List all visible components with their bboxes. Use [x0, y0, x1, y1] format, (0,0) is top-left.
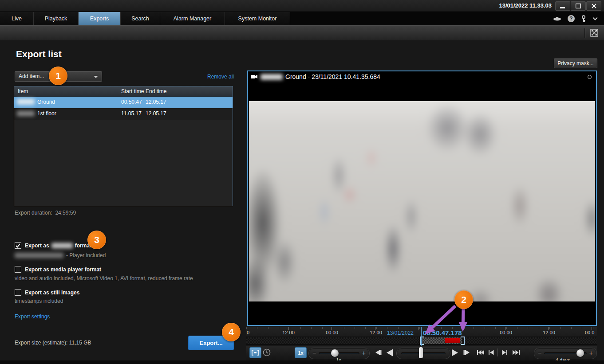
- next-sequence-button[interactable]: [501, 348, 509, 356]
- playback-speed-button[interactable]: 1x: [295, 347, 307, 358]
- time-selection-icon: [252, 350, 259, 356]
- camera-icon: [251, 74, 258, 79]
- shuttle-slider-knob[interactable]: [419, 347, 423, 358]
- next-sequence-icon: [501, 350, 508, 355]
- time-selection-mode-button[interactable]: [249, 347, 261, 358]
- tab-system-monitor[interactable]: System Monitor: [225, 12, 290, 25]
- system-datetime: 13/01/2022 11.33.03: [499, 2, 552, 9]
- label-prefix: Export as: [25, 243, 49, 249]
- window-titlebar: 13/01/2022 11.33.03: [0, 0, 604, 12]
- table-row[interactable]: Ground 00.50.47 12.05.17: [14, 97, 233, 108]
- selection-end-bracket[interactable]: [461, 337, 465, 345]
- video-frame: [249, 101, 595, 301]
- tab-playback[interactable]: Playback: [34, 12, 79, 25]
- help-icon[interactable]: ?: [568, 15, 575, 22]
- export-format-still-images-checkbox[interactable]: Export as still images: [15, 289, 79, 296]
- export-settings-link[interactable]: Export settings: [15, 313, 50, 320]
- previous-sequence-icon: [488, 350, 494, 355]
- speed-decrease[interactable]: −: [312, 349, 316, 356]
- previous-sequence-button[interactable]: [487, 348, 495, 356]
- speed-slider-knob[interactable]: [331, 349, 339, 357]
- tab-search[interactable]: Search: [121, 12, 160, 25]
- minimize-button[interactable]: [555, 1, 570, 11]
- callout-badge-2: 2: [454, 290, 473, 309]
- timeline-track[interactable]: [246, 337, 597, 345]
- current-time-label: 00.50.47.178: [423, 329, 462, 337]
- callout-badge-1: 1: [49, 67, 67, 85]
- tick-label: 0: [247, 330, 249, 335]
- timeline-playhead[interactable]: [421, 327, 422, 346]
- export-items-list: Item Start time End time Ground 00.50.47…: [14, 86, 233, 206]
- previous-image-button[interactable]: [374, 348, 383, 356]
- format-subtitle: video and audio included, Microsoft Vide…: [15, 275, 193, 282]
- shuttle-slider-line: [402, 353, 445, 353]
- workspace-tabbar: Live Playback Exports Search Alarm Manag…: [0, 12, 604, 25]
- close-icon: [592, 4, 596, 8]
- maximize-button[interactable]: [571, 1, 586, 11]
- speed-increase[interactable]: +: [362, 349, 366, 356]
- remove-all-link[interactable]: Remove all: [207, 74, 234, 80]
- first-sequence-icon: [477, 350, 485, 355]
- connection-status-icon[interactable]: [553, 16, 561, 22]
- set-start-end-time-button[interactable]: [262, 348, 271, 357]
- close-button[interactable]: [586, 1, 601, 11]
- redacted-text: [15, 253, 63, 258]
- timeline-recording-segment: [445, 338, 460, 343]
- zoom-in[interactable]: +: [589, 349, 593, 356]
- zoom-out[interactable]: −: [538, 349, 541, 356]
- key-icon[interactable]: [581, 15, 586, 23]
- tick-label: 00.00: [500, 330, 512, 335]
- checkbox-unchecked[interactable]: [15, 266, 21, 273]
- checkbox-checked[interactable]: [15, 242, 21, 249]
- tab-live[interactable]: Live: [0, 12, 34, 25]
- record-indicator-icon: [588, 75, 592, 79]
- checkbox-unchecked[interactable]: [15, 289, 21, 296]
- item-end-time: 12.05.17: [146, 110, 166, 117]
- timeline-ruler[interactable]: 0 12.00 00.00 12.00 13/01/2022 00.50.47.…: [246, 327, 597, 337]
- check-icon: [16, 243, 20, 248]
- subtitle-text: - Player included: [66, 252, 106, 258]
- item-name: 1st floor: [37, 110, 56, 117]
- toolbar-divider: [584, 28, 585, 38]
- expand-arrows-icon: [590, 29, 598, 37]
- minimize-icon: [560, 4, 565, 8]
- export-format-media-player-checkbox[interactable]: Export as media player format: [15, 266, 101, 273]
- maximize-icon: [576, 4, 581, 8]
- tick-label: 12.00: [543, 330, 555, 335]
- chevron-down-icon[interactable]: [592, 17, 598, 20]
- item-start-time: 00.50.47: [121, 99, 142, 105]
- export-duration: Export duration: 24:59:59: [15, 210, 76, 216]
- tick-label: 00.0: [585, 330, 594, 335]
- callout-badge-3: 3: [87, 231, 106, 249]
- add-item-label: Add item...: [19, 73, 44, 79]
- column-header-start-time: Start time: [121, 88, 144, 94]
- callout-badge-4: 4: [222, 323, 241, 341]
- timeline-date-label: 13/01/2022: [387, 330, 414, 336]
- workspace-toolbar: [0, 25, 604, 40]
- privacy-mask-button[interactable]: Privacy mask...: [554, 59, 597, 68]
- list-header: Item Start time End time: [14, 86, 233, 97]
- tab-alarm-manager[interactable]: Alarm Manager: [160, 12, 225, 25]
- export-format-xprotect-checkbox[interactable]: Export as format: [15, 242, 91, 249]
- step-forward-icon: [463, 349, 470, 356]
- tick-label: 00.00: [326, 330, 338, 335]
- playback-controls-bar: 1x − + 1x: [246, 346, 597, 360]
- tab-exports[interactable]: Exports: [79, 12, 121, 25]
- bottom-strip: [0, 360, 604, 364]
- table-row[interactable]: 1st floor 11.05.17 12.05.17: [14, 108, 233, 120]
- last-sequence-button[interactable]: [511, 348, 521, 356]
- export-duration-label: Export duration:: [15, 210, 52, 216]
- last-sequence-icon: [512, 350, 520, 355]
- zoom-slider-knob[interactable]: [576, 349, 584, 357]
- maximize-view-button[interactable]: [589, 28, 599, 38]
- camera-title-bar: Ground - 23/11/2021 10.41.35.684: [251, 73, 380, 80]
- camera-title: Ground - 23/11/2021 10.41.35.684: [285, 73, 380, 80]
- first-sequence-button[interactable]: [476, 348, 486, 356]
- play-backward-button[interactable]: [384, 348, 395, 357]
- blurred-surveillance-footage: [249, 101, 595, 301]
- play-forward-button[interactable]: [449, 348, 460, 357]
- next-image-button[interactable]: [462, 348, 471, 356]
- shuttle-slider[interactable]: [396, 348, 450, 359]
- page-title: Export list: [16, 49, 62, 59]
- checkbox-label: Export as still images: [25, 290, 79, 296]
